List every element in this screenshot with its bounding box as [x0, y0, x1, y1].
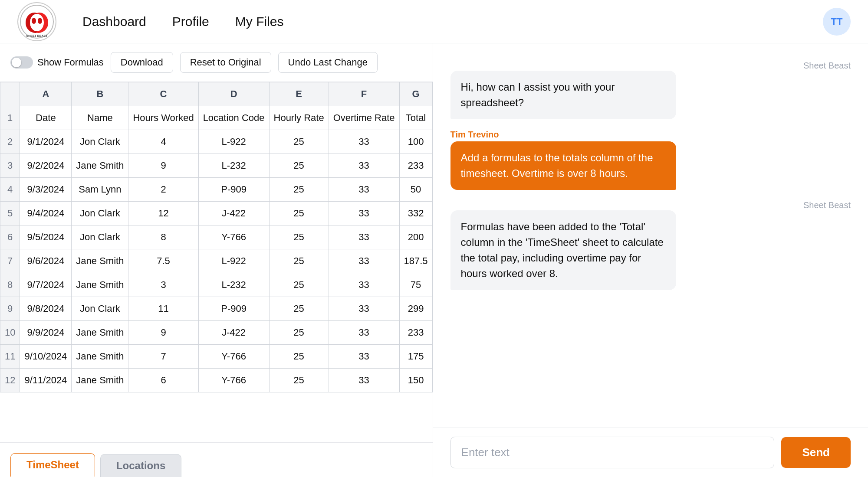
msg-right-wrap: Tim Trevino Add a formulas to the totals… [450, 130, 851, 190]
cell-loc[interactable]: J-422 [198, 202, 269, 225]
avatar[interactable]: TT [823, 8, 851, 36]
cell-ot[interactable]: 33 [329, 345, 399, 369]
cell-name[interactable]: Jon Clark [72, 225, 128, 249]
chat-messages: Sheet Beast Hi, how can I assist you wit… [433, 43, 868, 428]
cell-ot[interactable]: 33 [329, 178, 399, 202]
cell-hourly[interactable]: 25 [269, 249, 329, 273]
cell-name[interactable]: Jon Clark [72, 202, 128, 225]
cell-hourly[interactable]: 25 [269, 178, 329, 202]
cell-date[interactable]: 9/7/2024 [20, 273, 72, 297]
cell-loc[interactable]: L-232 [198, 154, 269, 178]
cell-name[interactable]: Jane Smith [72, 369, 128, 392]
cell-loc[interactable]: Y-766 [198, 225, 269, 249]
cell-hours[interactable]: 9 [128, 154, 198, 178]
cell-loc[interactable]: P-909 [198, 178, 269, 202]
svg-text:SHEET BEAST: SHEET BEAST [26, 34, 48, 37]
msg-bubble: Formulas have been added to the 'Total' … [450, 210, 676, 290]
msg-bubble: Add a formulas to the totals column of t… [450, 141, 676, 190]
cell-date[interactable]: 9/3/2024 [20, 178, 72, 202]
nav-profile[interactable]: Profile [172, 14, 209, 29]
cell-ot[interactable]: 33 [329, 249, 399, 273]
col-header-row: A B C D E F G [0, 82, 433, 106]
header: SHEET BEAST Dashboard Profile My Files T… [0, 0, 868, 43]
cell-loc[interactable]: Y-766 [198, 345, 269, 369]
cell-ot[interactable]: 33 [329, 202, 399, 225]
message-group: Tim Trevino Add a formulas to the totals… [450, 130, 851, 190]
cell-hourly[interactable]: 25 [269, 321, 329, 345]
formulas-toggle[interactable] [10, 56, 33, 69]
cell-name[interactable]: Jane Smith [72, 345, 128, 369]
cell-date[interactable]: 9/2/2024 [20, 154, 72, 178]
cell-total[interactable]: 100 [399, 130, 432, 154]
cell-ot[interactable]: 33 [329, 225, 399, 249]
cell-ot[interactable]: 33 [329, 130, 399, 154]
cell-date[interactable]: 9/11/2024 [20, 369, 72, 392]
row-num: 5 [0, 202, 20, 225]
cell-hours[interactable]: 11 [128, 297, 198, 321]
cell-hourly[interactable]: 25 [269, 273, 329, 297]
cell-ot[interactable]: 33 [329, 273, 399, 297]
cell-total[interactable]: 233 [399, 321, 432, 345]
cell-hourly[interactable]: 25 [269, 202, 329, 225]
cell-loc[interactable]: P-909 [198, 297, 269, 321]
cell-hours[interactable]: 9 [128, 321, 198, 345]
cell-date[interactable]: 9/1/2024 [20, 130, 72, 154]
cell-total[interactable]: 175 [399, 345, 432, 369]
cell-hourly[interactable]: 25 [269, 154, 329, 178]
cell-hours[interactable]: 8 [128, 225, 198, 249]
cell-hours[interactable]: 12 [128, 202, 198, 225]
nav-dashboard[interactable]: Dashboard [82, 14, 146, 29]
tab-locations[interactable]: Locations [100, 454, 181, 477]
cell-total[interactable]: 200 [399, 225, 432, 249]
reset-button[interactable]: Reset to Original [180, 52, 271, 73]
cell-total[interactable]: 50 [399, 178, 432, 202]
cell-hourly[interactable]: 25 [269, 130, 329, 154]
cell-hourly[interactable]: 25 [269, 225, 329, 249]
cell-hourly[interactable]: 25 [269, 345, 329, 369]
col-header-a: A [20, 82, 72, 106]
cell-name[interactable]: Jon Clark [72, 130, 128, 154]
cell-name[interactable]: Jane Smith [72, 273, 128, 297]
cell-name[interactable]: Jane Smith [72, 249, 128, 273]
cell-hourly[interactable]: 25 [269, 297, 329, 321]
cell-total[interactable]: 332 [399, 202, 432, 225]
cell-ot[interactable]: 33 [329, 297, 399, 321]
cell-loc[interactable]: L-922 [198, 249, 269, 273]
cell-hours[interactable]: 7.5 [128, 249, 198, 273]
cell-loc[interactable]: J-422 [198, 321, 269, 345]
cell-total[interactable]: 150 [399, 369, 432, 392]
cell-name[interactable]: Sam Lynn [72, 178, 128, 202]
cell-total[interactable]: 233 [399, 154, 432, 178]
cell-loc[interactable]: L-922 [198, 130, 269, 154]
undo-button[interactable]: Undo Last Change [278, 52, 378, 73]
cell-date[interactable]: 9/4/2024 [20, 202, 72, 225]
tab-timesheet[interactable]: TimeSheet [10, 453, 95, 477]
cell-hours[interactable]: 4 [128, 130, 198, 154]
nav-myfiles[interactable]: My Files [235, 14, 284, 29]
cell-ot[interactable]: 33 [329, 369, 399, 392]
send-button[interactable]: Send [781, 437, 851, 468]
cell-name[interactable]: Jane Smith [72, 321, 128, 345]
cell-total[interactable]: 75 [399, 273, 432, 297]
cell-loc[interactable]: Y-766 [198, 369, 269, 392]
cell-hourly[interactable]: 25 [269, 369, 329, 392]
table-row: 5 9/4/2024 Jon Clark 12 J-422 25 33 332 [0, 202, 433, 225]
cell-hours[interactable]: 2 [128, 178, 198, 202]
cell-name[interactable]: Jon Clark [72, 297, 128, 321]
cell-loc[interactable]: L-232 [198, 273, 269, 297]
cell-name[interactable]: Jane Smith [72, 154, 128, 178]
cell-date[interactable]: 9/9/2024 [20, 321, 72, 345]
download-button[interactable]: Download [111, 52, 173, 73]
cell-hours[interactable]: 6 [128, 369, 198, 392]
cell-date[interactable]: 9/10/2024 [20, 345, 72, 369]
cell-hours[interactable]: 3 [128, 273, 198, 297]
chat-input[interactable] [450, 437, 775, 468]
cell-total[interactable]: 299 [399, 297, 432, 321]
cell-total[interactable]: 187.5 [399, 249, 432, 273]
cell-date[interactable]: 9/5/2024 [20, 225, 72, 249]
cell-hours[interactable]: 7 [128, 345, 198, 369]
cell-ot[interactable]: 33 [329, 154, 399, 178]
cell-date[interactable]: 9/8/2024 [20, 297, 72, 321]
cell-ot[interactable]: 33 [329, 321, 399, 345]
cell-date[interactable]: 9/6/2024 [20, 249, 72, 273]
